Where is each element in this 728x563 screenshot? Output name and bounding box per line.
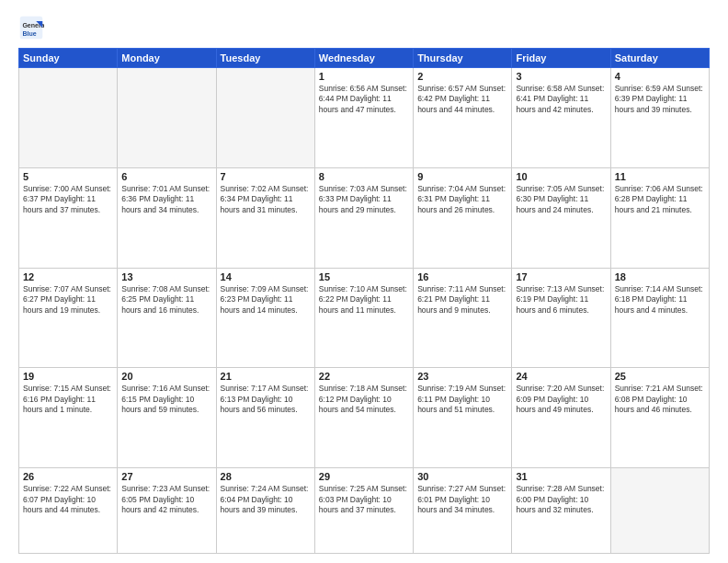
day-info: Sunrise: 7:03 AM Sunset: 6:33 PM Dayligh… (319, 184, 409, 215)
calendar-table: SundayMondayTuesdayWednesdayThursdayFrid… (18, 48, 710, 554)
calendar-cell: 22Sunrise: 7:18 AM Sunset: 6:12 PM Dayli… (314, 368, 413, 468)
day-info: Sunrise: 7:04 AM Sunset: 6:31 PM Dayligh… (417, 184, 507, 215)
weekday-header-row: SundayMondayTuesdayWednesdayThursdayFrid… (19, 49, 710, 68)
day-info: Sunrise: 7:22 AM Sunset: 6:07 PM Dayligh… (23, 484, 113, 515)
day-number: 20 (121, 371, 211, 382)
weekday-header-thursday: Thursday (414, 49, 512, 68)
day-info: Sunrise: 7:10 AM Sunset: 6:22 PM Dayligh… (319, 284, 409, 316)
day-number: 13 (121, 271, 211, 282)
calendar-cell (118, 68, 216, 168)
day-number: 8 (319, 171, 409, 182)
day-number: 5 (23, 171, 113, 182)
day-number: 26 (23, 471, 113, 482)
svg-text:Blue: Blue (22, 30, 36, 37)
day-number: 10 (516, 171, 606, 182)
calendar-cell: 4Sunrise: 6:59 AM Sunset: 6:39 PM Daylig… (610, 68, 709, 168)
calendar-cell: 5Sunrise: 7:00 AM Sunset: 6:37 PM Daylig… (19, 167, 118, 268)
week-row-4: 19Sunrise: 7:15 AM Sunset: 6:16 PM Dayli… (19, 368, 710, 468)
day-number: 27 (121, 471, 211, 482)
day-info: Sunrise: 7:21 AM Sunset: 6:08 PM Dayligh… (615, 384, 705, 415)
calendar-cell: 29Sunrise: 7:25 AM Sunset: 6:03 PM Dayli… (314, 468, 413, 554)
day-number: 23 (417, 371, 507, 382)
day-info: Sunrise: 6:56 AM Sunset: 6:44 PM Dayligh… (319, 84, 409, 115)
calendar-cell: 2Sunrise: 6:57 AM Sunset: 6:42 PM Daylig… (414, 68, 512, 168)
day-number: 9 (417, 171, 507, 182)
calendar-cell: 15Sunrise: 7:10 AM Sunset: 6:22 PM Dayli… (314, 268, 413, 368)
day-number: 25 (615, 371, 705, 382)
day-number: 1 (319, 71, 409, 82)
day-number: 28 (221, 471, 311, 482)
day-info: Sunrise: 6:58 AM Sunset: 6:41 PM Dayligh… (516, 84, 606, 115)
calendar-cell: 11Sunrise: 7:06 AM Sunset: 6:28 PM Dayli… (610, 167, 709, 268)
day-info: Sunrise: 6:59 AM Sunset: 6:39 PM Dayligh… (615, 84, 705, 115)
day-number: 29 (319, 471, 409, 482)
day-number: 14 (221, 271, 311, 282)
calendar-cell: 28Sunrise: 7:24 AM Sunset: 6:04 PM Dayli… (216, 468, 314, 554)
calendar-cell: 12Sunrise: 7:07 AM Sunset: 6:27 PM Dayli… (19, 268, 118, 368)
day-number: 11 (615, 171, 705, 182)
day-number: 2 (417, 71, 507, 82)
weekday-header-friday: Friday (512, 49, 610, 68)
weekday-header-wednesday: Wednesday (314, 49, 413, 68)
calendar-cell: 26Sunrise: 7:22 AM Sunset: 6:07 PM Dayli… (19, 468, 118, 554)
calendar-cell (610, 468, 709, 554)
day-number: 6 (121, 171, 211, 182)
calendar-cell: 3Sunrise: 6:58 AM Sunset: 6:41 PM Daylig… (512, 68, 610, 168)
day-info: Sunrise: 7:08 AM Sunset: 6:25 PM Dayligh… (121, 284, 211, 316)
calendar-cell: 25Sunrise: 7:21 AM Sunset: 6:08 PM Dayli… (610, 368, 709, 468)
day-number: 4 (615, 71, 705, 82)
day-number: 18 (615, 271, 705, 282)
day-info: Sunrise: 7:13 AM Sunset: 6:19 PM Dayligh… (516, 284, 606, 316)
calendar-cell: 20Sunrise: 7:16 AM Sunset: 6:15 PM Dayli… (118, 368, 216, 468)
calendar-cell (19, 68, 118, 168)
calendar-cell: 18Sunrise: 7:14 AM Sunset: 6:18 PM Dayli… (610, 268, 709, 368)
day-info: Sunrise: 7:28 AM Sunset: 6:00 PM Dayligh… (516, 484, 606, 515)
day-info: Sunrise: 7:09 AM Sunset: 6:23 PM Dayligh… (221, 284, 311, 316)
calendar-cell: 9Sunrise: 7:04 AM Sunset: 6:31 PM Daylig… (414, 167, 512, 268)
calendar-cell: 10Sunrise: 7:05 AM Sunset: 6:30 PM Dayli… (512, 167, 610, 268)
day-info: Sunrise: 6:57 AM Sunset: 6:42 PM Dayligh… (417, 84, 507, 115)
logo-icon: General Blue (18, 15, 44, 40)
calendar-cell: 23Sunrise: 7:19 AM Sunset: 6:11 PM Dayli… (414, 368, 512, 468)
day-number: 21 (221, 371, 311, 382)
day-info: Sunrise: 7:14 AM Sunset: 6:18 PM Dayligh… (615, 284, 705, 316)
week-row-1: 1Sunrise: 6:56 AM Sunset: 6:44 PM Daylig… (19, 68, 710, 168)
calendar-cell (216, 68, 314, 168)
week-row-3: 12Sunrise: 7:07 AM Sunset: 6:27 PM Dayli… (19, 268, 710, 368)
calendar-cell: 16Sunrise: 7:11 AM Sunset: 6:21 PM Dayli… (414, 268, 512, 368)
day-info: Sunrise: 7:24 AM Sunset: 6:04 PM Dayligh… (221, 484, 311, 515)
calendar-cell: 31Sunrise: 7:28 AM Sunset: 6:00 PM Dayli… (512, 468, 610, 554)
day-number: 19 (23, 371, 113, 382)
day-number: 24 (516, 371, 606, 382)
calendar-cell: 30Sunrise: 7:27 AM Sunset: 6:01 PM Dayli… (414, 468, 512, 554)
day-info: Sunrise: 7:25 AM Sunset: 6:03 PM Dayligh… (319, 484, 409, 515)
day-info: Sunrise: 7:19 AM Sunset: 6:11 PM Dayligh… (417, 384, 507, 415)
logo: General Blue (18, 15, 48, 40)
calendar-cell: 17Sunrise: 7:13 AM Sunset: 6:19 PM Dayli… (512, 268, 610, 368)
calendar-cell: 1Sunrise: 6:56 AM Sunset: 6:44 PM Daylig… (314, 68, 413, 168)
weekday-header-saturday: Saturday (610, 49, 709, 68)
day-number: 22 (319, 371, 409, 382)
calendar-cell: 6Sunrise: 7:01 AM Sunset: 6:36 PM Daylig… (118, 167, 216, 268)
weekday-header-monday: Monday (118, 49, 216, 68)
day-info: Sunrise: 7:11 AM Sunset: 6:21 PM Dayligh… (417, 284, 507, 316)
page: General Blue SundayMondayTuesdayWednesda… (0, 0, 728, 563)
calendar-cell: 7Sunrise: 7:02 AM Sunset: 6:34 PM Daylig… (216, 167, 314, 268)
calendar-cell: 14Sunrise: 7:09 AM Sunset: 6:23 PM Dayli… (216, 268, 314, 368)
day-number: 16 (417, 271, 507, 282)
day-number: 3 (516, 71, 606, 82)
week-row-2: 5Sunrise: 7:00 AM Sunset: 6:37 PM Daylig… (19, 167, 710, 268)
day-number: 15 (319, 271, 409, 282)
day-number: 30 (417, 471, 507, 482)
day-info: Sunrise: 7:06 AM Sunset: 6:28 PM Dayligh… (615, 184, 705, 215)
day-info: Sunrise: 7:02 AM Sunset: 6:34 PM Dayligh… (221, 184, 311, 215)
day-number: 17 (516, 271, 606, 282)
day-info: Sunrise: 7:07 AM Sunset: 6:27 PM Dayligh… (23, 284, 113, 316)
day-info: Sunrise: 7:01 AM Sunset: 6:36 PM Dayligh… (121, 184, 211, 215)
calendar-cell: 21Sunrise: 7:17 AM Sunset: 6:13 PM Dayli… (216, 368, 314, 468)
day-info: Sunrise: 7:15 AM Sunset: 6:16 PM Dayligh… (23, 384, 113, 415)
day-number: 7 (221, 171, 311, 182)
weekday-header-tuesday: Tuesday (216, 49, 314, 68)
day-info: Sunrise: 7:23 AM Sunset: 6:05 PM Dayligh… (121, 484, 211, 515)
week-row-5: 26Sunrise: 7:22 AM Sunset: 6:07 PM Dayli… (19, 468, 710, 554)
